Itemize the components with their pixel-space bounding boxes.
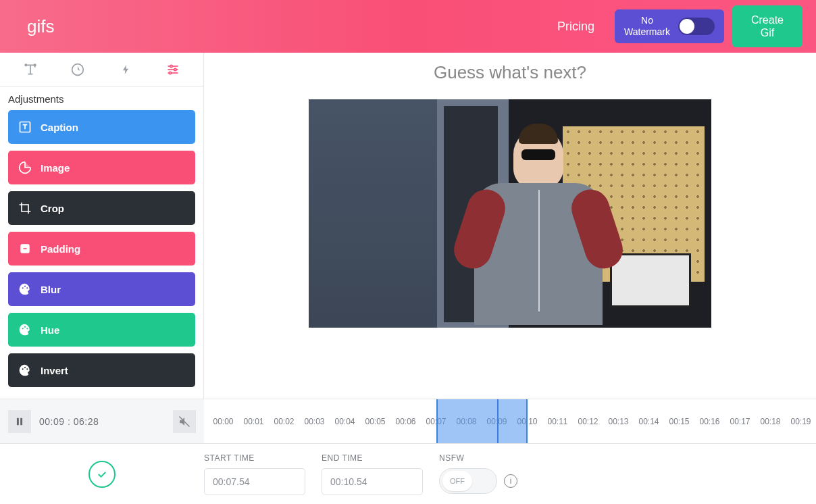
status-ok-icon xyxy=(88,461,116,488)
toggle-knob xyxy=(680,19,694,34)
timeline-tick[interactable]: 00:18 xyxy=(755,417,786,426)
svg-point-19 xyxy=(22,368,24,370)
text-tab-icon[interactable] xyxy=(23,62,38,77)
svg-point-16 xyxy=(22,328,24,329)
svg-point-9 xyxy=(169,72,171,74)
adjustment-blur[interactable]: Blur xyxy=(8,272,195,306)
start-time-input[interactable] xyxy=(204,468,305,495)
svg-point-0 xyxy=(25,64,27,66)
svg-rect-23 xyxy=(20,418,22,425)
play-controls: 00:09 : 06:28 xyxy=(0,399,204,443)
effects-tab-icon[interactable] xyxy=(118,62,133,77)
svg-point-13 xyxy=(22,287,24,288)
adjustment-hue[interactable]: Hue xyxy=(8,313,195,347)
svg-point-15 xyxy=(26,287,28,288)
adjustment-label: Padding xyxy=(41,243,80,255)
app-header: gifs Pricing No Watermark Create Gif xyxy=(0,0,816,53)
start-time-label: START TIME xyxy=(204,453,305,463)
timeline-tick[interactable]: 00:02 xyxy=(269,417,299,426)
section-title: Adjustments xyxy=(8,93,195,105)
nsfw-toggle[interactable]: OFF xyxy=(439,468,497,494)
timeline-selection[interactable] xyxy=(436,399,528,443)
adjustment-label: Hue xyxy=(41,324,59,336)
adjustment-caption[interactable]: Caption xyxy=(8,110,195,144)
svg-point-14 xyxy=(24,286,26,287)
palette-icon xyxy=(18,363,32,378)
timeline-tick[interactable]: 00:03 xyxy=(299,417,330,426)
time-display: 00:09 : 06:28 xyxy=(39,416,99,427)
adjustment-label: Crop xyxy=(41,203,64,214)
image-icon xyxy=(18,160,32,175)
timeline[interactable]: 00:0000:0100:0200:0300:0400:0500:0600:07… xyxy=(204,399,816,443)
video-preview[interactable] xyxy=(309,99,711,328)
timeline-tick[interactable]: 00:06 xyxy=(390,417,421,426)
adjustment-label: Caption xyxy=(41,122,78,133)
timeline-tick[interactable]: 00:12 xyxy=(573,417,603,426)
svg-point-7 xyxy=(174,68,176,70)
end-time-input[interactable] xyxy=(322,468,423,495)
svg-rect-22 xyxy=(17,418,19,425)
timeline-playhead[interactable] xyxy=(497,399,499,443)
adjustment-padding[interactable]: Padding xyxy=(8,232,195,266)
timeline-tick[interactable]: 00:04 xyxy=(330,417,360,426)
status-column xyxy=(0,444,204,504)
timeline-tick[interactable]: 00:13 xyxy=(603,417,634,426)
timeline-tick[interactable]: 00:14 xyxy=(634,417,664,426)
adjustment-label: Image xyxy=(41,162,70,174)
watermark-toggle[interactable]: No Watermark xyxy=(615,9,724,43)
mute-button[interactable] xyxy=(173,410,196,433)
timeline-tick[interactable]: 00:17 xyxy=(725,417,755,426)
start-time-field: START TIME xyxy=(204,453,305,495)
svg-point-5 xyxy=(170,65,172,67)
timeline-tick[interactable]: 00:05 xyxy=(360,417,390,426)
timeline-tick[interactable]: 00:15 xyxy=(664,417,694,426)
svg-point-18 xyxy=(26,328,28,329)
toggle-switch[interactable] xyxy=(678,18,715,35)
timeline-tick[interactable]: 00:16 xyxy=(694,417,725,426)
create-gif-button[interactable]: Create Gif xyxy=(732,5,802,47)
timer-tab-icon[interactable] xyxy=(70,62,85,77)
palette-icon xyxy=(18,282,32,297)
adjustment-label: Blur xyxy=(41,284,61,295)
svg-point-21 xyxy=(26,368,28,370)
adjustments-list[interactable]: Adjustments Caption Image Crop xyxy=(0,86,203,399)
sidebar-tabs xyxy=(0,53,203,86)
end-time-field: END TIME xyxy=(322,453,423,495)
logo[interactable]: gifs xyxy=(27,16,54,37)
palette-icon xyxy=(18,322,32,337)
pricing-link[interactable]: Pricing xyxy=(557,20,594,34)
watermark-label: No Watermark xyxy=(624,15,670,38)
form-row: START TIME END TIME NSFW OFF i xyxy=(204,444,816,504)
nsfw-field: NSFW OFF i xyxy=(439,453,517,494)
caption-icon xyxy=(18,120,32,134)
sidebar: Adjustments Caption Image Crop xyxy=(0,53,204,399)
svg-point-20 xyxy=(24,367,26,368)
crop-icon xyxy=(18,201,32,216)
timeline-tick[interactable]: 00:00 xyxy=(208,417,238,426)
timeline-tick[interactable]: 00:01 xyxy=(238,417,269,426)
end-time-label: END TIME xyxy=(322,453,423,463)
svg-rect-12 xyxy=(24,248,27,249)
padding-icon xyxy=(18,241,32,256)
preview-title: Guess what's next? xyxy=(434,62,586,83)
adjustment-crop[interactable]: Crop xyxy=(8,191,195,225)
preview-area: Guess what's next? xyxy=(204,53,816,399)
info-icon[interactable]: i xyxy=(504,474,517,488)
timeline-tick[interactable]: 00:19 xyxy=(786,417,816,426)
timeline-tick[interactable]: 00:11 xyxy=(542,417,573,426)
nsfw-value: OFF xyxy=(442,471,472,491)
adjustment-label: Invert xyxy=(41,365,68,376)
nsfw-label: NSFW xyxy=(439,453,517,463)
adjustment-invert[interactable]: Invert xyxy=(8,353,195,387)
adjustments-tab-icon[interactable] xyxy=(165,62,180,77)
svg-point-17 xyxy=(24,326,26,328)
adjustment-image[interactable]: Image xyxy=(8,151,195,184)
pause-button[interactable] xyxy=(8,410,31,433)
